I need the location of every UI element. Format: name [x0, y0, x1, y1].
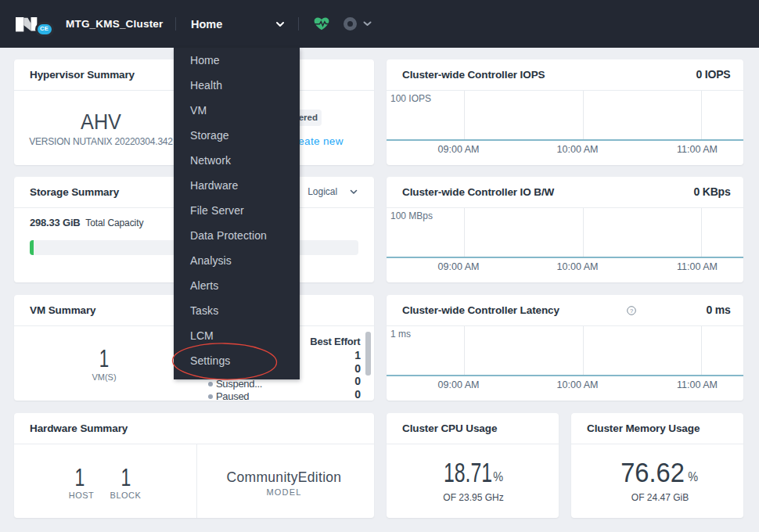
svg-text:?: ?	[630, 307, 633, 315]
